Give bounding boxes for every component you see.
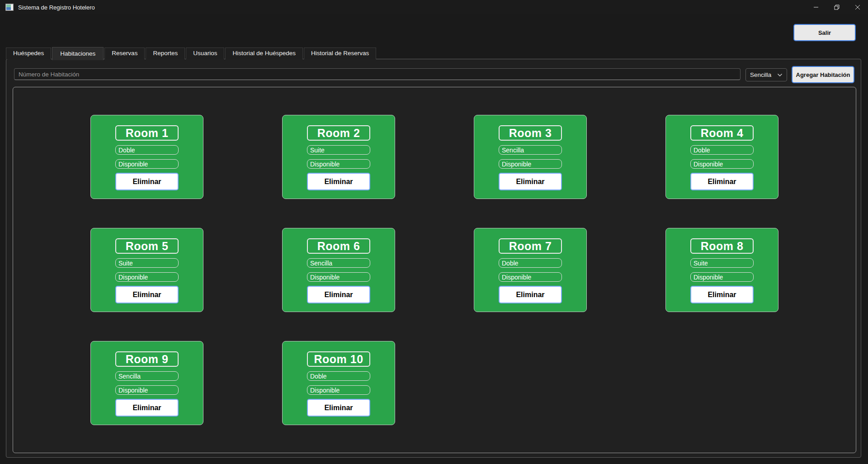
close-icon[interactable]: [847, 0, 868, 14]
room-status-label: Disponible: [499, 272, 562, 282]
room-card: Room 7 Doble Disponible Eliminar: [474, 228, 587, 312]
rooms-panel: Room 1 Doble Disponible Eliminar Room 2 …: [13, 87, 856, 453]
minimize-icon[interactable]: [806, 0, 826, 14]
room-type-selected-value: Sencilla: [750, 71, 771, 78]
room-type-label: Doble: [499, 258, 562, 268]
room-type-label: Sencilla: [499, 145, 562, 155]
window-controls: [806, 0, 868, 14]
room-type-label: Sencilla: [307, 258, 370, 268]
room-card: Room 2 Suite Disponible Eliminar: [282, 115, 395, 199]
tab-reportes[interactable]: Reportes: [146, 47, 185, 59]
room-type-label: Doble: [690, 145, 754, 155]
delete-room-button[interactable]: Eliminar: [115, 173, 179, 190]
room-name-label: Room 2: [307, 125, 370, 141]
delete-room-button[interactable]: Eliminar: [307, 286, 370, 303]
window-title: Sistema de Registro Hotelero: [18, 4, 95, 11]
room-type-label: Suite: [690, 258, 754, 268]
room-type-label: Doble: [307, 371, 370, 381]
room-card: Room 8 Suite Disponible Eliminar: [665, 228, 778, 312]
room-status-label: Disponible: [690, 159, 754, 169]
room-status-label: Disponible: [690, 272, 754, 282]
room-name-label: Room 9: [115, 351, 179, 367]
add-room-button[interactable]: Agregar Habitación: [792, 66, 854, 83]
room-status-label: Disponible: [115, 159, 179, 169]
room-card: Room 3 Sencilla Disponible Eliminar: [474, 115, 587, 199]
room-name-label: Room 8: [690, 238, 754, 254]
room-status-label: Disponible: [499, 159, 562, 169]
room-type-label: Suite: [115, 258, 179, 268]
room-type-label: Suite: [307, 145, 370, 155]
tab-historial-de-hu-spedes[interactable]: Historial de Huéspedes: [225, 47, 303, 59]
app-icon: [5, 3, 14, 11]
rooms-grid: Room 1 Doble Disponible Eliminar Room 2 …: [13, 87, 856, 425]
room-name-label: Room 3: [499, 125, 562, 141]
room-name-label: Room 4: [690, 125, 754, 141]
room-type-label: Doble: [115, 145, 179, 155]
tab-historial-de-reservas[interactable]: Historial de Reservas: [304, 47, 376, 59]
title-bar: Sistema de Registro Hotelero: [0, 0, 868, 14]
room-status-label: Disponible: [307, 272, 370, 282]
room-card: Room 6 Sencilla Disponible Eliminar: [282, 228, 395, 312]
room-name-label: Room 1: [115, 125, 179, 141]
room-card: Room 1 Doble Disponible Eliminar: [90, 115, 203, 199]
delete-room-button[interactable]: Eliminar: [115, 286, 179, 303]
chevron-down-icon: [777, 73, 783, 77]
tab-reservas[interactable]: Reservas: [104, 47, 145, 59]
room-name-label: Room 7: [499, 238, 562, 254]
delete-room-button[interactable]: Eliminar: [307, 399, 370, 417]
room-status-label: Disponible: [115, 272, 179, 282]
room-name-label: Room 10: [307, 351, 370, 367]
room-status-label: Disponible: [115, 385, 179, 395]
room-card: Room 9 Sencilla Disponible Eliminar: [90, 341, 203, 425]
delete-room-button[interactable]: Eliminar: [690, 173, 754, 190]
room-card: Room 10 Doble Disponible Eliminar: [282, 341, 395, 425]
delete-room-button[interactable]: Eliminar: [690, 286, 754, 303]
delete-room-button[interactable]: Eliminar: [307, 173, 370, 190]
room-type-label: Sencilla: [115, 371, 179, 381]
room-card: Room 5 Suite Disponible Eliminar: [90, 228, 203, 312]
tab-strip: HuéspedesHabitacionesReservasReportesUsu…: [6, 47, 377, 59]
delete-room-button[interactable]: Eliminar: [115, 399, 179, 417]
room-status-label: Disponible: [307, 385, 370, 395]
delete-room-button[interactable]: Eliminar: [499, 286, 562, 303]
room-name-label: Room 5: [115, 238, 179, 254]
room-status-label: Disponible: [307, 159, 370, 169]
tab-habitaciones[interactable]: Habitaciones: [52, 47, 104, 60]
tab-usuarios[interactable]: Usuarios: [186, 47, 224, 59]
tab-hu-spedes[interactable]: Huéspedes: [6, 47, 51, 59]
delete-room-button[interactable]: Eliminar: [499, 173, 562, 190]
room-card: Room 4 Doble Disponible Eliminar: [665, 115, 778, 199]
exit-button[interactable]: Salir: [793, 24, 856, 41]
habitaciones-tab-page: Sencilla Agregar Habitación Room 1 Doble…: [6, 59, 861, 458]
room-type-dropdown[interactable]: Sencilla: [745, 68, 787, 81]
restore-icon[interactable]: [826, 0, 847, 14]
room-name-label: Room 6: [307, 238, 370, 254]
room-number-input[interactable]: [14, 68, 741, 80]
